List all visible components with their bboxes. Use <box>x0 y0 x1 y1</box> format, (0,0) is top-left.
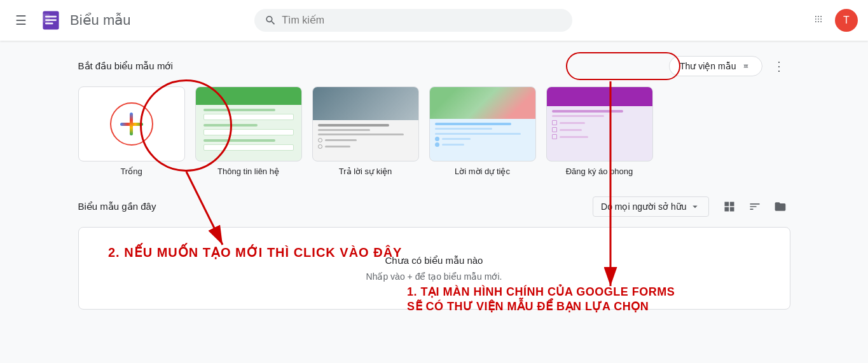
shirt-check-2 <box>552 127 557 132</box>
shirt-check-line-1 <box>560 122 585 124</box>
contact-label: Thông tin liên hệ <box>217 167 279 176</box>
recent-title: Biểu mẫu gần đây <box>78 201 156 212</box>
radio-line-1 <box>325 139 357 141</box>
owner-dropdown-label: Do mọi người sở hữu <box>601 202 686 212</box>
template-blank[interactable]: Trống <box>78 86 185 176</box>
blank-thumbnail[interactable] <box>78 86 185 161</box>
contact-header-bar <box>196 87 301 105</box>
svg-rect-4 <box>45 23 53 25</box>
radio-line-2 <box>325 146 350 147</box>
radio-2 <box>318 144 322 149</box>
search-bar[interactable] <box>254 9 572 32</box>
contact-thumbnail[interactable] <box>195 86 302 161</box>
party-radio-1 <box>435 137 439 141</box>
search-icon <box>265 14 277 27</box>
shirt-line-1 <box>552 110 624 113</box>
shirt-check-3 <box>552 134 557 139</box>
empty-state-subtitle: Nhấp vào + để tạo biểu mẫu mới. <box>366 271 502 282</box>
plus-circle <box>110 102 153 146</box>
sort-icon[interactable] <box>745 196 765 217</box>
app-title: Biểu mẫu <box>70 12 130 29</box>
blank-label: Trống <box>120 167 142 176</box>
recent-header: Biểu mẫu gần đây Do mọi người sở hữu <box>78 196 790 217</box>
party-label: Lời mời dự tiệc <box>455 167 510 176</box>
template-library-button[interactable]: Thư viện mẫu <box>669 56 762 76</box>
recent-controls: Do mọi người sở hữu <box>593 196 790 217</box>
contact-input-2 <box>203 129 294 135</box>
event-label: Trả lời sự kiện <box>339 167 392 176</box>
owner-dropdown[interactable]: Do mọi người sở hữu <box>593 196 708 217</box>
event-line-3 <box>318 134 404 135</box>
shirt-check-1 <box>552 120 557 125</box>
party-line-1 <box>435 123 511 125</box>
shirt-check-line-2 <box>560 129 582 131</box>
view-icons <box>719 196 790 217</box>
contact-input-1 <box>203 114 294 120</box>
contact-input-3 <box>203 144 294 151</box>
party-radio-line-2 <box>442 144 464 146</box>
hamburger-icon[interactable]: ☰ <box>10 8 32 33</box>
contact-line-3 <box>203 139 276 142</box>
template-contact[interactable]: Thông tin liên hệ <box>195 86 302 176</box>
page-wrapper: ☰ Biểu mẫu T <box>0 0 868 363</box>
template-party[interactable]: Lời mời dự tiệc <box>429 86 536 176</box>
event-content <box>313 120 418 154</box>
shirt-header-bar <box>547 87 652 106</box>
party-line-3 <box>435 133 521 135</box>
folder-icon[interactable] <box>770 196 790 217</box>
main-content: Bắt đầu biểu mẫu mới Thư viện mẫu ⋮ <box>53 41 816 325</box>
event-img <box>313 87 418 120</box>
shirt-check-line-3 <box>560 136 588 138</box>
template-library-label: Thư viện mẫu <box>680 61 736 71</box>
shirt-label: Đăng ký áo phong <box>566 167 633 176</box>
party-thumbnail[interactable] <box>429 86 536 161</box>
template-section-header: Bắt đầu biểu mẫu mới Thư viện mẫu ⋮ <box>78 56 790 76</box>
party-content <box>430 119 535 151</box>
header-left: ☰ Biểu mẫu <box>10 8 137 33</box>
svg-rect-5 <box>43 13 50 22</box>
party-img <box>430 87 535 119</box>
shirt-content <box>547 106 652 143</box>
template-shirt[interactable]: Đăng ký áo phong <box>546 86 653 176</box>
empty-state: Chưa có biểu mẫu nào Nhấp vào + để tạo b… <box>78 227 790 310</box>
contact-line-1 <box>203 109 276 111</box>
header-right: T <box>807 8 858 34</box>
contact-line-2 <box>203 124 258 127</box>
template-event[interactable]: Trả lời sự kiện <box>312 86 419 176</box>
event-line-1 <box>318 124 390 127</box>
search-input[interactable] <box>282 15 562 26</box>
grid-view-icon[interactable] <box>719 196 740 217</box>
chevron-up-down-icon <box>740 60 752 72</box>
event-radio-group <box>318 138 413 149</box>
shirt-thumbnail[interactable] <box>546 86 653 161</box>
shirt-line-2 <box>552 115 605 117</box>
radio-1 <box>318 138 322 142</box>
event-thumbnail[interactable] <box>312 86 419 161</box>
event-line-2 <box>318 129 371 131</box>
party-radio-line-1 <box>442 138 471 140</box>
more-options-icon[interactable]: ⋮ <box>768 56 790 76</box>
forms-app-icon <box>39 9 62 32</box>
annotation-text-create-new: 2. NẾU MUỐN TẠO MỚI THÌ CLICK VÀO ĐÂY <box>108 245 402 260</box>
avatar[interactable]: T <box>835 9 858 32</box>
header: ☰ Biểu mẫu T <box>0 0 868 41</box>
dropdown-arrow-icon <box>689 201 701 212</box>
party-radio-2 <box>435 142 439 147</box>
party-line-2 <box>435 128 492 130</box>
templates-grid: Trống Thông tin liên hệ <box>78 86 790 176</box>
grid-icon[interactable] <box>807 8 830 34</box>
template-section-title: Bắt đầu biểu mẫu mới <box>78 60 173 72</box>
